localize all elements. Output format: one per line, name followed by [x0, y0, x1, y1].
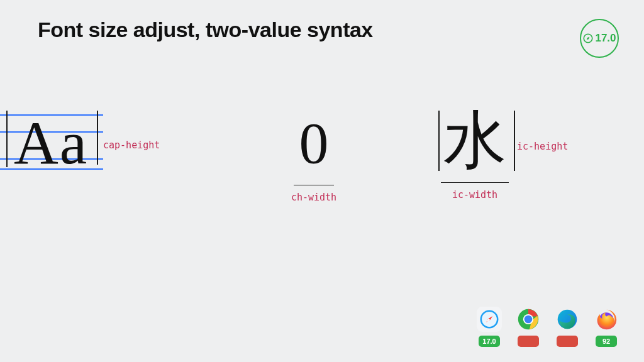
chrome-version-pill [518, 336, 539, 347]
cap-height-label: cap-height [103, 140, 160, 151]
safari-version-badge: 17.0 [580, 19, 619, 58]
cjk-metric-group: 水 ic-width ic-height [434, 109, 516, 200]
browser-firefox: 92 [594, 307, 619, 347]
edge-icon [556, 308, 579, 331]
browser-edge [555, 307, 580, 347]
aa-metric-group: Aa ex-height cap-height [0, 113, 103, 189]
ch-width-label: ch-width [291, 192, 336, 203]
safari-icon [479, 309, 500, 330]
chrome-icon [517, 308, 540, 331]
browser-chrome [516, 307, 541, 347]
aa-glyph: Aa [14, 112, 88, 173]
compass-icon [582, 33, 594, 44]
font-metrics-diagram: Aa ex-height cap-height 0 ch-width 水 ic-… [0, 113, 644, 239]
firefox-version-pill: 92 [596, 336, 617, 347]
badge-version: 17.0 [595, 32, 616, 45]
cjk-glyph: 水 [443, 109, 506, 172]
zero-metric-group: 0 ch-width [286, 113, 342, 203]
browser-safari: 17.0 [477, 307, 502, 347]
ic-width-label: ic-width [452, 189, 497, 200]
svg-marker-1 [587, 37, 590, 40]
safari-version-pill: 17.0 [479, 336, 500, 347]
firefox-icon [595, 308, 618, 331]
browser-support-row: 17.0 [477, 307, 619, 347]
zero-glyph: 0 [299, 113, 329, 172]
ic-height-label: ic-height [517, 141, 568, 152]
svg-point-8 [525, 315, 533, 324]
edge-version-pill [557, 336, 578, 347]
page-title: Font size adjust, two-value syntax [38, 18, 373, 42]
